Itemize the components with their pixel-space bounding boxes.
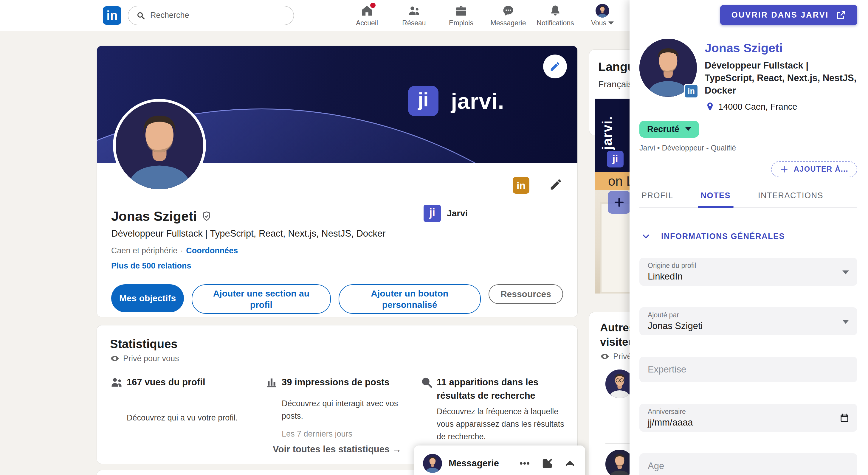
banner-brand: ji jarvi.: [408, 86, 504, 116]
compose-message-button[interactable]: [541, 457, 554, 470]
network-icon: [407, 4, 421, 17]
contact-info-link[interactable]: Coordonnées: [186, 246, 238, 255]
nav-item-jobs[interactable]: Emplois: [438, 0, 485, 31]
add-section-button[interactable]: Ajouter une section au profil: [192, 284, 331, 314]
add-to-button[interactable]: AJOUTER À...: [771, 161, 857, 177]
messaging-dock[interactable]: Messagerie: [414, 445, 585, 475]
section-title: INFORMATIONS GÉNÉRALES: [661, 232, 785, 241]
more-options-button[interactable]: [518, 457, 531, 470]
nav-items: Accueil Réseau Emplois Messagerie Notifi…: [343, 0, 626, 31]
linkedin-page: in Accueil Réseau Emplois: [0, 0, 629, 475]
age-field[interactable]: Age: [640, 453, 857, 475]
panel-scrollbar[interactable]: [859, 0, 868, 475]
field-label: Anniversaire: [648, 408, 836, 416]
chevron-down-icon: [842, 270, 849, 274]
profile-actions: Mes objectifs Ajouter une section au pro…: [111, 284, 563, 314]
avatar: [595, 4, 609, 18]
app-root: in Accueil Réseau Emplois: [0, 0, 868, 475]
stat-title: 11 apparitions dans les résultats de rec…: [437, 376, 572, 403]
visitors-privacy: Privé: [613, 352, 629, 361]
panel-tabs: PROFIL NOTES INTERACTIONS: [640, 191, 857, 208]
stats-grid: 167 vues du profil Découvrez qui a vu vo…: [110, 376, 564, 443]
page-content: ji jarvi. in ji Jarvi: [97, 46, 629, 475]
open-in-jarvi-label: OUVRIR DANS JARVI: [732, 10, 829, 20]
stat-desc: Découvrez qui interagit avec vos posts.: [282, 398, 411, 427]
pipeline-status-line: Jarvi • Développeur - Qualifié: [640, 144, 857, 152]
nav-item-me[interactable]: Vous: [579, 0, 626, 31]
status-badge-label: Recruté: [647, 124, 679, 134]
search-box[interactable]: [128, 6, 294, 25]
plus-icon: [780, 165, 788, 173]
visitor-avatar[interactable]: [606, 370, 629, 398]
ad-strip-text: on LinkedIn: [595, 172, 629, 190]
profile-headline: Développeur Fullstack | TypeScript, Reac…: [111, 228, 563, 239]
compose-icon: [541, 457, 553, 469]
expand-messaging-button[interactable]: [564, 457, 576, 470]
nav-item-notifications[interactable]: Notifications: [532, 0, 579, 31]
languages-title: Langues: [598, 60, 629, 74]
notification-dot: [369, 1, 377, 9]
tab-profil[interactable]: PROFIL: [642, 191, 673, 208]
ad-brand-text: jarvi.: [599, 102, 615, 150]
resources-button[interactable]: Ressources: [489, 284, 563, 304]
add-custom-button[interactable]: Ajouter un bouton personnalisé: [339, 284, 481, 314]
added-by-select[interactable]: Ajouté par Jonas Szigeti: [640, 307, 857, 335]
nav-item-home[interactable]: Accueil: [343, 0, 391, 31]
stats-title: Statistiques: [110, 337, 564, 351]
panel-person-header: in Jonas Szigeti Développeur Fullstack |…: [640, 39, 857, 112]
jarvi-extension-panel: OUVRIR DANS JARVI in Jonas Szigeti Dével…: [629, 0, 868, 475]
profile-origin-select[interactable]: Origine du profil LinkedIn: [640, 258, 857, 286]
general-info-fields: Origine du profil LinkedIn Ajouté par Jo…: [640, 258, 857, 475]
field-value: Jonas Szigeti: [648, 321, 836, 331]
eye-icon: [110, 354, 120, 363]
connections-link[interactable]: Plus de 500 relations: [111, 261, 563, 271]
birthday-date-field[interactable]: Anniversaire jj/mm/aaaa: [640, 404, 857, 432]
nav-item-network[interactable]: Réseau: [391, 0, 438, 31]
nav-label: Accueil: [356, 19, 378, 27]
field-label: Origine du profil: [648, 262, 836, 270]
profile-card: ji jarvi. in ji Jarvi: [97, 46, 578, 317]
expertise-field[interactable]: Expertise: [640, 357, 857, 382]
search-input[interactable]: [150, 11, 286, 20]
edit-cover-button[interactable]: [543, 55, 567, 78]
goals-button[interactable]: Mes objectifs: [111, 284, 184, 312]
bell-icon: [549, 4, 562, 17]
open-in-jarvi-button[interactable]: OUVRIR DANS JARVI: [720, 5, 857, 25]
jarvi-logo-icon: ji: [607, 151, 624, 167]
panel-person-location: 14000 Caen, France: [718, 102, 797, 112]
current-company[interactable]: ji Jarvi: [424, 205, 468, 222]
general-info-section-header[interactable]: INFORMATIONS GÉNÉRALES: [640, 232, 857, 241]
stat-search-appearances[interactable]: 11 apparitions dans les résultats de rec…: [420, 376, 572, 443]
profile-photo[interactable]: [113, 99, 206, 192]
chevron-down-icon: [609, 22, 614, 25]
chevron-down-icon: [642, 232, 650, 241]
verified-shield-icon[interactable]: [201, 211, 212, 222]
nav-item-messaging[interactable]: Messagerie: [485, 0, 532, 31]
edit-intro-button[interactable]: [549, 178, 564, 192]
linkedin-premium-badge[interactable]: in: [513, 177, 529, 194]
status-badge[interactable]: Recruté: [640, 121, 699, 138]
tab-notes[interactable]: NOTES: [701, 191, 731, 208]
stat-profile-views[interactable]: 167 vues du profil Découvrez qui a vu vo…: [110, 376, 256, 443]
chevron-up-icon: [564, 457, 576, 469]
ad-photo-door: [600, 202, 629, 293]
linkedin-logo[interactable]: in: [103, 6, 121, 25]
stat-title: 167 vues du profil: [127, 376, 256, 409]
field-placeholder: Age: [648, 461, 836, 471]
stat-post-impressions[interactable]: 39 impressions de posts Découvrez qui in…: [265, 376, 411, 443]
stats-privacy: Privé pour vous: [123, 354, 179, 363]
main-column: ji jarvi. in ji Jarvi: [97, 46, 578, 475]
people-icon: [110, 376, 123, 389]
calendar-icon: [839, 413, 849, 423]
location-pin-icon: [705, 102, 715, 112]
add-button[interactable]: [608, 191, 629, 214]
ad-brand-block: jarvi. ji: [595, 99, 629, 172]
linkedin-badge-icon: in: [684, 84, 699, 99]
panel-person-headline: Développeur Fullstack | TypeScript, Reac…: [705, 59, 857, 97]
tab-interactions[interactable]: INTERACTIONS: [758, 191, 823, 208]
jarvi-ad[interactable]: jarvi. ji on LinkedIn: [595, 99, 629, 293]
visitor-avatar[interactable]: [606, 450, 629, 475]
panel-person-name[interactable]: Jonas Szigeti: [705, 41, 857, 55]
stats-card: Statistiques Privé pour vous 167 vues du…: [97, 325, 578, 464]
messaging-icon: [502, 4, 515, 17]
